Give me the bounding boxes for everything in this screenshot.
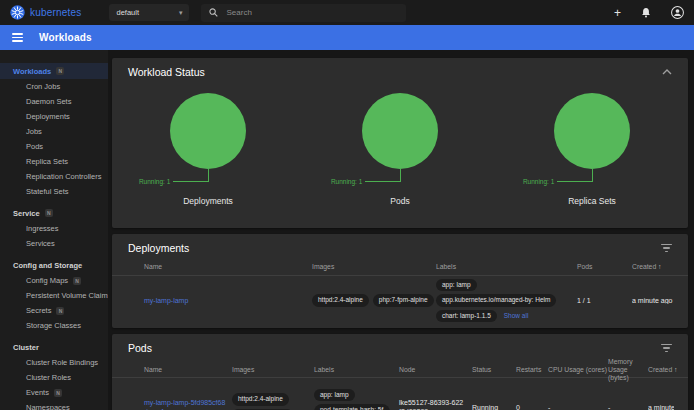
column-header-status[interactable]: Status <box>472 366 516 374</box>
sidebar-item-label: Cron Jobs <box>26 82 60 91</box>
sidebar-nav: Workloads N Cron Jobs Daemon Sets Deploy… <box>0 50 108 410</box>
sidebar-item-label: Namespaces <box>26 403 70 410</box>
sidebar-item-label: Jobs <box>26 127 42 136</box>
pods-ready-count: 1 / 1 <box>577 297 632 304</box>
restart-count: 0 <box>516 404 548 410</box>
sidebar-item-label: Replication Controllers <box>26 172 101 181</box>
label-chip: app: lamp <box>314 389 355 401</box>
sidebar-item-label: Events <box>26 388 49 397</box>
filter-icon[interactable] <box>661 344 672 352</box>
chart-title: Pods <box>304 196 496 206</box>
notifications-bell-icon[interactable] <box>641 7 651 18</box>
sidebar-item-persistent-volume-claims[interactable]: Persistent Volume Claims N <box>0 288 108 303</box>
page-title: Workloads <box>39 32 92 43</box>
sort-arrow-icon: ↑ <box>658 263 661 270</box>
chart-title: Replica Sets <box>496 196 688 206</box>
column-header-name[interactable]: Name <box>144 366 232 374</box>
sidebar-item-daemon-sets[interactable]: Daemon Sets <box>0 94 108 109</box>
sidebar-item-replica-sets[interactable]: Replica Sets <box>0 154 108 169</box>
deployments-title: Deployments <box>128 242 189 254</box>
namespaced-badge-icon: N <box>56 307 64 315</box>
sidebar-item-ingresses[interactable]: Ingresses <box>0 221 108 236</box>
replica-sets-status-chart: Running: 1 Replica Sets <box>496 82 688 222</box>
filter-icon[interactable] <box>661 244 672 252</box>
sidebar-item-label: Cluster Role Bindings <box>26 358 98 367</box>
sidebar-item-workloads[interactable]: Workloads N <box>0 63 108 79</box>
sidebar-item-config-and-storage[interactable]: Config and Storage <box>0 257 108 273</box>
sidebar-item-cluster[interactable]: Cluster <box>0 339 108 355</box>
sidebar-item-label: Config Maps <box>26 276 68 285</box>
label-chip: app.kubernetes.io/managed-by: Helm <box>436 294 556 306</box>
sidebar-item-pods[interactable]: Pods <box>0 139 108 154</box>
deployment-name-link[interactable]: my-lamp-lamp <box>144 297 188 304</box>
search-input[interactable] <box>226 8 376 17</box>
pods-card: Pods Name Images Labels Node Status Rest… <box>112 334 688 410</box>
pod-name-link[interactable]: my-lamp-lamp-5fd985cf68-jwvz4 <box>144 399 225 410</box>
column-header-labels[interactable]: Labels <box>436 263 577 271</box>
column-header-images[interactable]: Images <box>312 263 436 271</box>
search-bar[interactable] <box>201 4 406 22</box>
image-chip: httpd:2.4-alpine <box>312 294 369 306</box>
top-bar: kubernetes default ▾ + <box>0 0 694 25</box>
sidebar-item-secrets[interactable]: Secrets N <box>0 303 108 318</box>
show-all-link[interactable]: Show all <box>504 312 529 319</box>
sidebar-item-label: Stateful Sets <box>26 187 69 196</box>
replica-sets-pie <box>554 93 630 169</box>
running-count-label: Running: 1 <box>331 178 362 185</box>
brand-name: kubernetes <box>30 7 81 18</box>
account-user-icon[interactable] <box>671 6 684 19</box>
column-header-images[interactable]: Images <box>232 366 314 374</box>
column-header-created[interactable]: Created ↑ <box>632 263 674 271</box>
sidebar-item-label: Secrets <box>26 306 51 315</box>
namespaced-badge-icon: N <box>54 389 62 397</box>
sidebar-item-service[interactable]: Service N <box>0 205 108 221</box>
image-chip: httpd:2.4-alpine <box>232 393 289 405</box>
sidebar-item-replication-controllers[interactable]: Replication Controllers <box>0 169 108 184</box>
column-header-memory-usage[interactable]: Memory Usage (bytes) <box>608 358 648 381</box>
menu-hamburger-icon[interactable] <box>12 33 23 42</box>
main-content: Workload Status Running: 1 Deployments <box>108 50 694 410</box>
sidebar-item-cluster-role-bindings[interactable]: Cluster Role Bindings <box>0 355 108 370</box>
table-row: my-lamp-lamp-5fd985cf68-jwvz4 httpd:2.4-… <box>112 378 688 410</box>
table-row: my-lamp-lamp httpd:2.4-alpine php:7-fpm-… <box>112 276 688 325</box>
column-header-node[interactable]: Node <box>399 366 472 374</box>
chevron-down-icon: ▾ <box>179 9 183 17</box>
sidebar-item-label: Cluster Roles <box>26 373 71 382</box>
sidebar-item-namespaces[interactable]: Namespaces <box>0 400 108 410</box>
search-icon <box>209 8 218 17</box>
namespace-selector[interactable]: default ▾ <box>109 4 189 21</box>
workload-status-card: Workload Status Running: 1 Deployments <box>112 58 688 228</box>
sidebar-item-label: Config and Storage <box>13 261 82 270</box>
create-resource-button[interactable]: + <box>614 7 621 19</box>
pods-status-chart: Running: 1 Pods <box>304 82 496 222</box>
sidebar-item-jobs[interactable]: Jobs <box>0 124 108 139</box>
sidebar-item-label: Deployments <box>26 112 70 121</box>
pod-status: Running <box>472 404 516 410</box>
collapse-chevron-up-icon[interactable] <box>662 69 672 75</box>
sidebar-item-stateful-sets[interactable]: Stateful Sets <box>0 184 108 199</box>
column-header-created[interactable]: Created ↑ <box>648 366 674 374</box>
namespaced-badge-icon: N <box>73 277 81 285</box>
sidebar-item-label: Pods <box>26 142 43 151</box>
column-header-name[interactable]: Name <box>144 263 312 271</box>
column-header-restarts[interactable]: Restarts <box>516 366 548 374</box>
sidebar-item-config-maps[interactable]: Config Maps N <box>0 273 108 288</box>
sidebar-item-deployments[interactable]: Deployments <box>0 109 108 124</box>
sidebar-item-cron-jobs[interactable]: Cron Jobs <box>0 79 108 94</box>
sidebar-item-cluster-roles[interactable]: Cluster Roles <box>0 370 108 385</box>
namespace-value: default <box>116 8 178 17</box>
column-header-cpu-usage[interactable]: CPU Usage (cores) <box>548 366 608 374</box>
column-header-labels[interactable]: Labels <box>314 366 399 374</box>
deployments-status-chart: Running: 1 Deployments <box>112 82 304 222</box>
column-header-pods[interactable]: Pods <box>577 263 632 271</box>
kubernetes-logo-icon <box>10 5 25 20</box>
sidebar-item-events[interactable]: Events N <box>0 385 108 400</box>
cpu-usage-value: - <box>548 404 608 410</box>
sidebar-item-storage-classes[interactable]: Storage Classes <box>0 318 108 333</box>
workload-status-title: Workload Status <box>128 66 205 78</box>
kubernetes-logo-link[interactable]: kubernetes <box>10 5 81 20</box>
sidebar-item-label: Replica Sets <box>26 157 68 166</box>
namespaced-badge-icon: N <box>45 209 53 217</box>
sidebar-item-label: Daemon Sets <box>26 97 71 106</box>
sidebar-item-services[interactable]: Services <box>0 236 108 251</box>
